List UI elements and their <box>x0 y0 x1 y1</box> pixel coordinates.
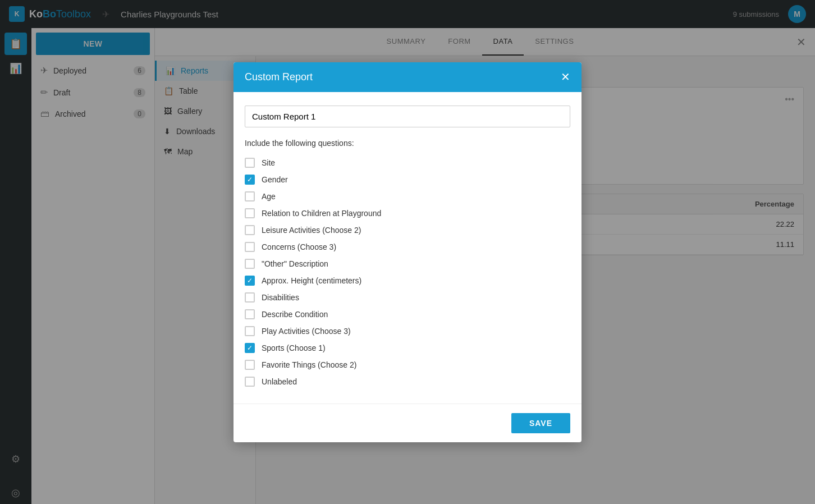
modal-footer: SAVE <box>233 404 582 442</box>
question-relation: Relation to Children at Playground <box>245 205 570 222</box>
questions-label: Include the following questions: <box>245 139 570 148</box>
checkbox-site[interactable] <box>245 158 255 168</box>
question-concerns-label: Concerns (Choose 3) <box>262 242 336 251</box>
modal-body: Include the following questions: Site ✓ … <box>233 92 582 404</box>
question-height: ✓ Approx. Height (centimeters) <box>245 272 570 289</box>
question-other-desc-label: "Other" Description <box>262 259 328 268</box>
question-favorite: Favorite Things (Choose 2) <box>245 356 570 373</box>
question-concerns: Concerns (Choose 3) <box>245 239 570 255</box>
question-other-desc: "Other" Description <box>245 255 570 272</box>
question-play-activities-label: Play Activities (Choose 3) <box>262 327 351 336</box>
question-favorite-label: Favorite Things (Choose 2) <box>262 360 356 369</box>
checkbox-sports[interactable]: ✓ <box>245 343 255 353</box>
report-name-input[interactable] <box>245 106 570 127</box>
question-sports-label: Sports (Choose 1) <box>262 343 326 352</box>
checkbox-other-desc[interactable] <box>245 259 255 269</box>
question-describe-condition-label: Describe Condition <box>262 310 328 319</box>
checkbox-play-activities[interactable] <box>245 326 255 336</box>
question-unlabeled-label: Unlabeled <box>262 377 297 386</box>
checkbox-age[interactable] <box>245 191 255 201</box>
question-leisure-label: Leisure Activities (Choose 2) <box>262 226 361 235</box>
modal-close-button[interactable]: ✕ <box>561 71 570 83</box>
checkbox-concerns[interactable] <box>245 242 255 252</box>
question-gender-label: Gender <box>262 175 288 184</box>
checkbox-favorite[interactable] <box>245 360 255 370</box>
checkbox-disabilities[interactable] <box>245 292 255 303</box>
question-site-label: Site <box>262 158 275 167</box>
modal-title: Custom Report <box>245 71 313 83</box>
modal-header: Custom Report ✕ <box>233 62 582 92</box>
custom-report-modal: Custom Report ✕ Include the following qu… <box>233 62 582 442</box>
question-relation-label: Relation to Children at Playground <box>262 209 381 218</box>
checkbox-unlabeled[interactable] <box>245 377 255 387</box>
save-button[interactable]: SAVE <box>511 413 570 433</box>
question-describe-condition: Describe Condition <box>245 306 570 323</box>
question-age-label: Age <box>262 192 276 201</box>
checkbox-leisure[interactable] <box>245 225 255 235</box>
checkbox-describe-condition[interactable] <box>245 309 255 319</box>
checkbox-gender[interactable]: ✓ <box>245 175 255 185</box>
question-sports: ✓ Sports (Choose 1) <box>245 340 570 356</box>
question-play-activities: Play Activities (Choose 3) <box>245 323 570 340</box>
modal-overlay: Custom Report ✕ Include the following qu… <box>0 0 815 504</box>
question-site: Site <box>245 154 570 171</box>
checkbox-relation[interactable] <box>245 208 255 218</box>
checkbox-height[interactable]: ✓ <box>245 276 255 286</box>
question-age: Age <box>245 188 570 205</box>
question-height-label: Approx. Height (centimeters) <box>262 276 361 285</box>
question-gender: ✓ Gender <box>245 171 570 188</box>
question-unlabeled: Unlabeled <box>245 373 570 390</box>
question-leisure: Leisure Activities (Choose 2) <box>245 222 570 239</box>
question-disabilities: Disabilities <box>245 289 570 306</box>
question-disabilities-label: Disabilities <box>262 293 299 302</box>
